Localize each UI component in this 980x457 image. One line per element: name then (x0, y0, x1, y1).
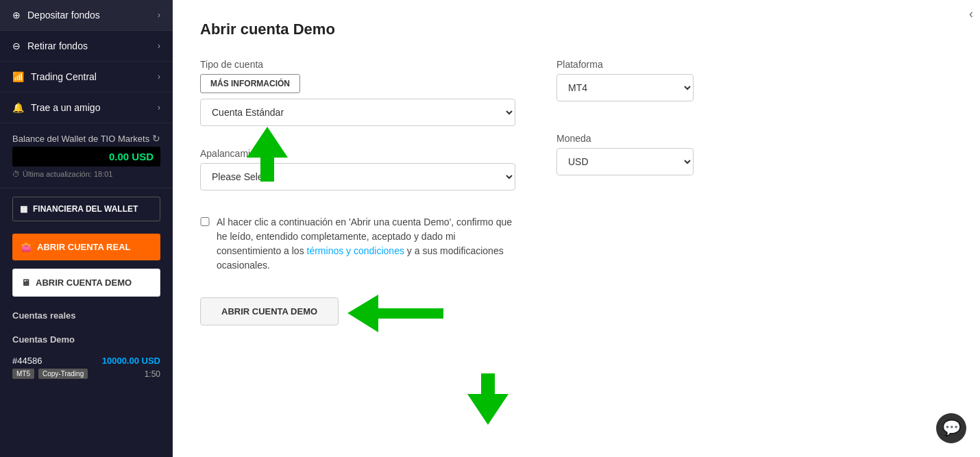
tag-mt5: MT5 (12, 369, 34, 379)
plataforma-label: Plataforma (556, 59, 694, 70)
tipo-cuenta-label: Tipo de cuenta (200, 59, 515, 70)
demo-account-ratio: 1:50 (145, 369, 160, 379)
wallet-icon: 👛 (21, 242, 32, 252)
cuentas-reales-title: Cuentas reales (0, 301, 173, 325)
chevron-icon: › (158, 41, 160, 51)
plataforma-select[interactable]: MT4 MT5 (556, 74, 694, 101)
sidebar-item-label: Retirar fondos (27, 40, 88, 51)
chat-icon: 💬 (942, 419, 961, 437)
sidebar-item-label: Trading Central (31, 71, 97, 82)
demo-icon: 🖥 (21, 277, 30, 288)
open-real-button[interactable]: 👛 ABRIR CUENTA REAL (12, 234, 160, 260)
form-left-column: Tipo de cuenta MÁS INFORMACIÓN Cuenta Es… (200, 59, 515, 325)
trae-amigo-icon: 🔔 (12, 102, 24, 113)
tag-copy-trading: Copy-Trading (38, 369, 88, 379)
svg-marker-0 (247, 127, 288, 182)
plataforma-group: Plataforma MT4 MT5 (556, 59, 694, 101)
wallet-title-text: Balance del Wallet de TIO Markets (12, 134, 149, 144)
depositar-icon: ⊕ (12, 10, 21, 21)
demo-account-balance: 10000.00 USD (102, 356, 160, 366)
clock-icon: ⏱ (12, 170, 20, 178)
svg-marker-2 (467, 373, 509, 425)
demo-account-number: #44586 (12, 356, 42, 366)
main-content: ‹ Abrir cuenta Demo Tipo de cuenta MÁS I… (173, 0, 980, 457)
page-title: Abrir cuenta Demo (200, 21, 953, 38)
arrow-down-annotation (467, 373, 509, 428)
chat-button[interactable]: 💬 (936, 413, 966, 443)
sidebar-item-label: Trae a un amigo (31, 102, 100, 113)
sidebar-item-label: Depositar fondos (27, 10, 100, 21)
sidebar-item-trae-amigo[interactable]: 🔔 Trae a un amigo › (0, 92, 173, 123)
chevron-icon: › (158, 10, 160, 20)
demo-account-item[interactable]: #44586 10000.00 USD MT5 Copy-Trading 1:5… (0, 349, 173, 386)
terms-link[interactable]: términos y condiciones (307, 245, 404, 256)
moneda-label: Moneda (556, 133, 694, 144)
retirar-icon: ⊖ (12, 40, 21, 51)
terms-checkbox[interactable] (200, 217, 210, 226)
calculator-icon: ▦ (20, 204, 27, 214)
open-demo-button[interactable]: 🖥 ABRIR CUENTA DEMO (12, 269, 160, 297)
arrow-left-annotation (347, 295, 443, 335)
moneda-select[interactable]: USD EUR GBP (556, 148, 694, 175)
moneda-group: Moneda USD EUR GBP (556, 133, 694, 175)
sidebar: ⊕ Depositar fondos › ⊖ Retirar fondos › … (0, 0, 173, 457)
trading-central-icon: 📶 (12, 71, 24, 82)
chevron-icon: › (158, 103, 160, 112)
form-right-column: Plataforma MT4 MT5 Moneda USD EUR GBP (556, 59, 694, 325)
cuentas-demo-title: Cuentas Demo (0, 325, 173, 349)
tipo-cuenta-group: Tipo de cuenta MÁS INFORMACIÓN Cuenta Es… (200, 59, 515, 126)
sidebar-item-depositar[interactable]: ⊕ Depositar fondos › (0, 0, 173, 31)
tipo-cuenta-select[interactable]: Cuenta Estándar Cuenta Premium Cuenta EC… (200, 99, 515, 126)
form-layout: Tipo de cuenta MÁS INFORMACIÓN Cuenta Es… (200, 59, 953, 325)
terms-label[interactable]: Al hacer clic a continuación en 'Abrir u… (200, 215, 515, 273)
sidebar-item-retirar[interactable]: ⊖ Retirar fondos › (0, 31, 173, 62)
wallet-section: Balance del Wallet de TIO Markets ↻ 0.00… (0, 123, 173, 188)
financiera-button[interactable]: ▦ FINANCIERA DEL WALLET (12, 197, 160, 221)
svg-marker-1 (347, 295, 443, 332)
chevron-icon: › (158, 72, 160, 82)
submit-demo-button[interactable]: ABRIR CUENTA DEMO (200, 297, 339, 325)
wallet-update-text: Última actualización: 18:01 (23, 170, 112, 178)
terms-checkbox-section: Al hacer clic a continuación en 'Abrir u… (200, 215, 515, 273)
sidebar-item-trading-central[interactable]: 📶 Trading Central › (0, 62, 173, 92)
wallet-balance: 0.00 USD (12, 147, 160, 166)
arrow-up-annotation (247, 127, 288, 184)
collapse-button[interactable]: ‹ (969, 7, 973, 21)
refresh-icon[interactable]: ↻ (152, 133, 160, 144)
mas-informacion-button[interactable]: MÁS INFORMACIÓN (200, 74, 300, 93)
